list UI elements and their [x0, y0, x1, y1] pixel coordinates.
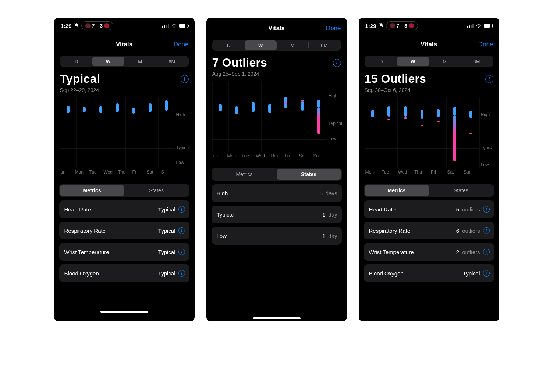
chart-bar [365, 97, 381, 168]
detail-row[interactable]: Wrist Temperature2outliersi [364, 243, 494, 261]
detail-row[interactable]: Heart RateTypicali [59, 200, 189, 218]
detail-row[interactable]: Respiratory Rate6outliersi [364, 222, 494, 239]
page-title: 7 Outliers [212, 56, 341, 70]
chart-x-axis: unMonTueWedThuFriSatS [60, 170, 175, 178]
team-b-icon [409, 23, 414, 28]
chart-bar [446, 97, 463, 168]
vitals-chart: unMonTueWedThuFriSatSuHighTypicalLow [206, 78, 347, 161]
chart-bar [109, 97, 125, 168]
phone-screen: VitalsDoneDWM6M7 OutliersAug 25–Sep 1, 2… [206, 18, 347, 321]
info-icon[interactable]: i [485, 75, 493, 83]
view-toggle-states[interactable]: States [429, 185, 493, 196]
detail-row[interactable]: Wrist TemperatureTypicali [59, 243, 189, 261]
view-toggle-states[interactable]: States [277, 169, 341, 180]
detail-row[interactable]: Blood OxygenTypicali [59, 264, 189, 282]
chart-bar [311, 81, 327, 152]
period-segment-w[interactable]: W [397, 57, 429, 66]
done-button[interactable]: Done [326, 25, 341, 32]
view-toggle-metrics[interactable]: Metrics [365, 185, 429, 196]
chart-y-axis: HighTypicalLow [175, 97, 192, 178]
period-segment[interactable]: DWM6M [365, 56, 493, 67]
nav-header: VitalsDone [54, 35, 195, 54]
row-value: Typical [463, 270, 480, 277]
period-segment-w[interactable]: W [92, 57, 124, 66]
battery-icon [484, 24, 493, 28]
chart-bar [158, 97, 175, 168]
phone-screen: 1:2973VitalsDoneDWM6MTypicalSep 22–29, 2… [54, 18, 195, 321]
info-icon[interactable]: i [483, 227, 490, 234]
vitals-chart: MonTueWedThuFriSatSunHighTypicalLow [359, 95, 499, 178]
row-value: 5 [456, 206, 459, 213]
detail-row[interactable]: Respiratory RateTypicali [59, 222, 189, 239]
nav-title: Vitals [421, 41, 437, 48]
row-label: Wrist Temperature [369, 249, 414, 255]
detail-row[interactable]: Typical1day [212, 206, 342, 223]
done-button[interactable]: Done [174, 41, 189, 48]
info-icon[interactable]: i [178, 249, 185, 255]
chart-bar [381, 97, 397, 168]
detail-row[interactable]: Blood OxygenTypicali [364, 264, 494, 282]
row-label: Heart Rate [369, 206, 396, 213]
team-b-score: 3 [100, 23, 103, 29]
chart-bar [430, 97, 447, 168]
chart-bar [60, 97, 77, 168]
team-a-icon [390, 23, 395, 28]
period-segment-d[interactable]: D [61, 57, 93, 66]
nav-title: Vitals [268, 25, 285, 32]
period-segment-d[interactable]: D [365, 57, 397, 66]
info-icon[interactable]: i [483, 270, 490, 277]
info-icon[interactable]: i [178, 206, 185, 213]
detail-row[interactable]: Low1day [212, 227, 342, 245]
live-score-pill[interactable]: 73 [81, 21, 114, 30]
wifi-icon [476, 23, 482, 29]
view-toggle-metrics[interactable]: Metrics [60, 185, 124, 196]
row-value: 6 [319, 190, 322, 196]
date-range: Sep 30–Oct 6, 2024 [365, 87, 493, 93]
period-segment[interactable]: DWM6M [60, 56, 189, 67]
chart-bar [245, 81, 262, 152]
view-toggle-metrics[interactable]: Metrics [212, 169, 277, 180]
team-a-score: 7 [92, 23, 95, 29]
period-segment-d[interactable]: D [213, 40, 245, 50]
period-segment-w[interactable]: W [245, 40, 277, 50]
period-segment-m[interactable]: M [277, 40, 309, 50]
row-label: Wrist Temperature [64, 249, 109, 255]
chart-bar [397, 97, 414, 168]
scroll-indicator [100, 311, 148, 313]
detail-row[interactable]: High6days [212, 184, 342, 202]
period-segment-6m[interactable]: 6M [461, 57, 493, 66]
done-button[interactable]: Done [478, 41, 493, 48]
row-suffix: days [326, 190, 337, 196]
row-suffix: outliers [462, 206, 480, 213]
view-toggle[interactable]: MetricsStates [59, 184, 189, 197]
view-toggle[interactable]: MetricsStates [364, 184, 494, 197]
chart-bar [463, 97, 479, 168]
chart-x-axis: unMonTueWedThuFriSatSu [212, 153, 327, 161]
team-b-icon [104, 23, 109, 28]
view-toggle[interactable]: MetricsStates [212, 168, 342, 181]
chart-bar [212, 81, 229, 152]
chart-x-axis: MonTueWedThuFriSatSun [365, 170, 479, 178]
row-suffix: day [328, 211, 337, 218]
period-segment[interactable]: DWM6M [212, 40, 341, 51]
info-icon[interactable]: i [483, 206, 490, 213]
period-segment-m[interactable]: M [429, 57, 461, 66]
info-icon[interactable]: i [178, 270, 185, 277]
page-title: 15 Outliers [365, 72, 493, 86]
row-value: Typical [158, 249, 176, 255]
row-value: 1 [322, 233, 325, 239]
info-icon[interactable]: i [178, 227, 185, 234]
view-toggle-states[interactable]: States [124, 185, 189, 196]
period-segment-6m[interactable]: 6M [156, 57, 188, 66]
nav-header: VitalsDone [206, 19, 347, 38]
info-icon[interactable]: i [483, 249, 490, 255]
row-value: Typical [158, 270, 176, 277]
chart-bar [294, 81, 311, 152]
info-icon[interactable]: i [333, 59, 341, 67]
period-segment-6m[interactable]: 6M [308, 40, 340, 50]
live-score-pill[interactable]: 73 [386, 21, 418, 30]
status-bar: 1:2973 [54, 18, 195, 34]
period-segment-m[interactable]: M [124, 57, 156, 66]
detail-row[interactable]: Heart Rate5outliersi [364, 200, 494, 218]
info-icon[interactable]: i [181, 75, 189, 83]
